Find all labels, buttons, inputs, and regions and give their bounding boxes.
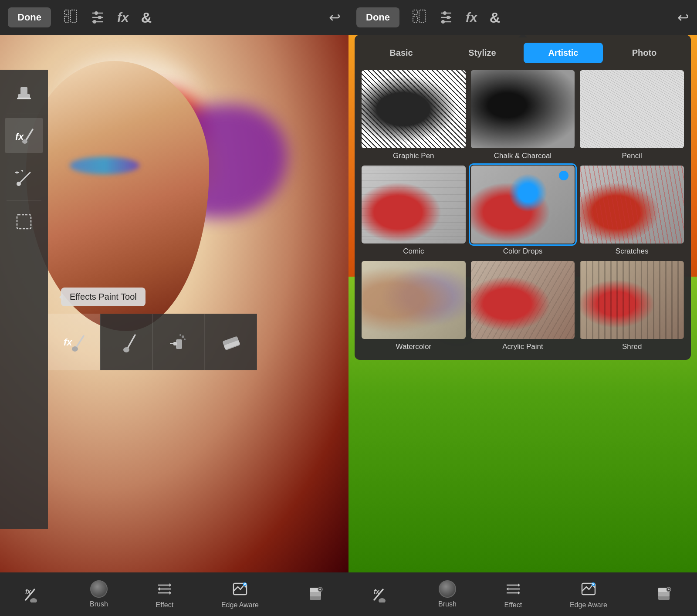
- filter-chalk-charcoal-label: Chalk & Charcoal: [494, 152, 552, 160]
- divider-3: [7, 200, 41, 200]
- filter-watercolor[interactable]: Watercolor: [362, 261, 466, 351]
- right-bottom-layers-icon: [654, 585, 673, 604]
- right-bottom-brush-tool[interactable]: Brush: [438, 580, 457, 608]
- filter-comic[interactable]: Comic: [362, 166, 466, 256]
- tab-artistic[interactable]: Artistic: [524, 43, 603, 63]
- svg-rect-1: [71, 10, 77, 22]
- svg-text:fx: fx: [25, 588, 31, 595]
- bottom-layers-icon: [306, 585, 325, 604]
- stamp-tool[interactable]: [5, 75, 43, 110]
- right-selection-icon[interactable]: [412, 9, 426, 27]
- filter-scratches[interactable]: Scratches: [580, 166, 684, 256]
- bottom-layers-tool[interactable]: [306, 585, 325, 604]
- right-bottom-edge-aware-label: Edge Aware: [570, 601, 607, 609]
- svg-rect-54: [413, 10, 417, 14]
- right-bottom-edge-aware-tool[interactable]: Edge Aware: [570, 579, 607, 609]
- svg-point-14: [22, 139, 27, 144]
- right-blend-icon[interactable]: &: [490, 9, 501, 26]
- filter-color-drops-label: Color Drops: [503, 247, 543, 256]
- svg-rect-11: [17, 98, 31, 99]
- right-photo-area: Basic Stylize Artistic Photo Graphic Pen…: [348, 35, 697, 572]
- svg-point-64: [379, 598, 386, 602]
- eraser-sub-tool[interactable]: [205, 314, 257, 370]
- bottom-brush-label: Brush: [90, 600, 108, 608]
- filter-color-drops-thumb: [471, 166, 575, 244]
- filter-color-drops[interactable]: Color Drops: [471, 166, 575, 256]
- filter-comic-thumb: [362, 166, 466, 244]
- right-undo-icon[interactable]: ↩: [677, 9, 689, 26]
- svg-rect-0: [64, 10, 69, 14]
- right-panel: Done fx & ↩: [348, 0, 697, 616]
- tab-basic[interactable]: Basic: [362, 43, 441, 63]
- svg-text:fx: fx: [64, 337, 72, 348]
- fx-paint-sub-tool[interactable]: fx: [48, 314, 100, 370]
- svg-point-30: [182, 335, 184, 338]
- bottom-brush-tool[interactable]: Brush: [90, 580, 108, 608]
- svg-rect-28: [173, 342, 177, 345]
- right-bottom-effect-tool[interactable]: Effect: [504, 579, 523, 609]
- right-done-button[interactable]: Done: [356, 7, 399, 27]
- filter-pencil[interactable]: Pencil: [580, 70, 684, 160]
- svg-point-24: [72, 346, 78, 352]
- adjust-icon[interactable]: [90, 9, 105, 27]
- right-fx-icon[interactable]: fx: [466, 10, 477, 25]
- bottom-effect-label: Effect: [156, 601, 174, 609]
- svg-line-23: [76, 336, 84, 348]
- filter-acrylic-paint[interactable]: Acrylic Paint: [471, 261, 575, 351]
- filter-graphic-pen-label: Graphic Pen: [393, 152, 434, 160]
- bottom-edge-aware-tool[interactable]: Edge Aware: [221, 579, 259, 609]
- svg-marker-69: [518, 583, 520, 587]
- bottom-fx-icon: fx: [24, 585, 43, 604]
- blend-icon[interactable]: &: [141, 9, 152, 26]
- filter-scratches-label: Scratches: [616, 247, 649, 256]
- svg-point-62: [441, 20, 445, 24]
- filter-pencil-thumb: [580, 70, 684, 148]
- filter-shred[interactable]: Shred: [580, 261, 684, 351]
- sub-tools-row: fx: [48, 314, 257, 370]
- bottom-effect-icon: [155, 579, 174, 599]
- magic-wand-tool[interactable]: [5, 161, 43, 196]
- bottom-effect-tool[interactable]: Effect: [155, 579, 174, 609]
- bottom-brush-icon: [90, 580, 108, 598]
- filter-acrylic-paint-label: Acrylic Paint: [502, 342, 543, 351]
- filter-tabs: Basic Stylize Artistic Photo: [362, 43, 684, 63]
- filter-graphic-pen[interactable]: Graphic Pen: [362, 70, 466, 160]
- svg-line-13: [26, 129, 33, 141]
- effects-paint-tooltip: Effects Paint Tool: [61, 288, 145, 306]
- left-photo-area: Effects Paint Tool fx: [0, 35, 348, 572]
- filter-graphic-pen-thumb: [362, 70, 466, 148]
- right-adjust-icon[interactable]: [439, 9, 453, 27]
- spray-sub-tool[interactable]: [152, 314, 205, 370]
- svg-point-16: [17, 182, 21, 186]
- fx-brush-tool[interactable]: fx: [5, 118, 43, 153]
- svg-marker-70: [507, 587, 508, 591]
- fx-text-icon[interactable]: fx: [117, 10, 129, 25]
- bottom-edge-aware-label: Edge Aware: [221, 601, 259, 609]
- tab-stylize[interactable]: Stylize: [443, 43, 522, 63]
- right-bottom-effect-label: Effect: [504, 601, 522, 609]
- right-bottom-edge-aware-icon: [579, 579, 598, 599]
- svg-rect-2: [64, 16, 69, 22]
- svg-point-36: [30, 598, 37, 602]
- left-side-toolbar: fx: [0, 70, 48, 529]
- right-toolbar: Done fx & ↩: [348, 0, 697, 35]
- brush-sub-tool[interactable]: [100, 314, 152, 370]
- right-bottom-layers-tool[interactable]: [654, 585, 673, 604]
- svg-rect-21: [17, 215, 31, 229]
- bottom-fx-tool[interactable]: fx: [24, 585, 43, 604]
- filter-comic-label: Comic: [403, 247, 424, 256]
- divider-2: [7, 157, 41, 157]
- filter-shred-thumb: [580, 261, 684, 339]
- selection-tool[interactable]: [5, 204, 43, 239]
- svg-text:fx: fx: [374, 588, 380, 595]
- right-bottom-brush-label: Brush: [438, 600, 457, 608]
- svg-point-4: [95, 11, 98, 15]
- filter-chalk-charcoal[interactable]: Chalk & Charcoal: [471, 70, 575, 160]
- divider-1: [7, 114, 41, 114]
- undo-icon[interactable]: ↩: [329, 9, 341, 26]
- selection-icon[interactable]: [63, 9, 78, 27]
- right-bottom-fx-tool[interactable]: fx: [372, 585, 391, 604]
- left-done-button[interactable]: Done: [8, 7, 51, 27]
- tab-photo[interactable]: Photo: [605, 43, 684, 63]
- svg-rect-27: [176, 339, 182, 349]
